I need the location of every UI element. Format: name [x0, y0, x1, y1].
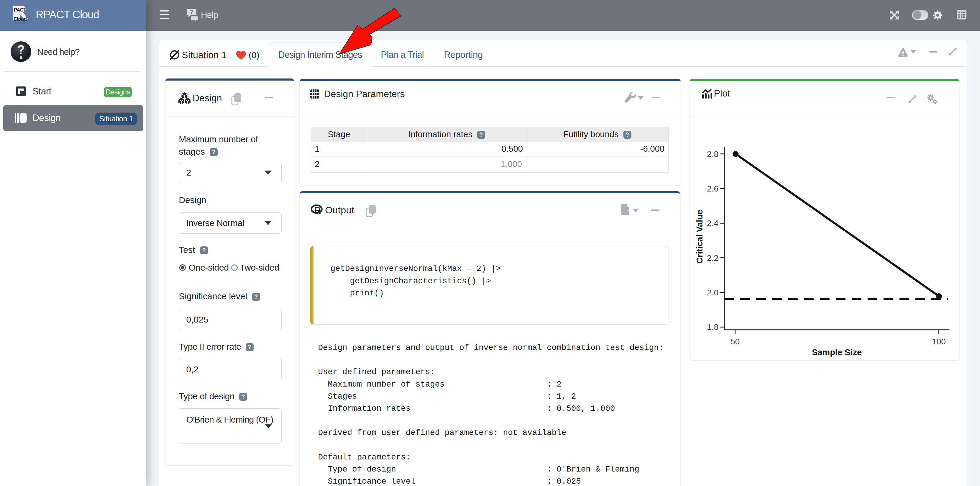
- svg-text:2.4: 2.4: [707, 219, 718, 228]
- svg-text:PACT: PACT: [14, 7, 26, 12]
- svg-text:2.2: 2.2: [707, 253, 718, 263]
- svg-text:?: ?: [189, 9, 193, 15]
- svg-text:2.6: 2.6: [707, 184, 718, 193]
- svg-text:50: 50: [730, 337, 739, 346]
- svg-text:2.8: 2.8: [707, 150, 718, 159]
- svg-text:Critical Value: Critical Value: [695, 210, 704, 263]
- svg-text:Cloud: Cloud: [14, 16, 27, 22]
- svg-text:?: ?: [17, 43, 25, 57]
- svg-text:1.8: 1.8: [707, 322, 718, 331]
- svg-text:100: 100: [932, 337, 946, 346]
- svg-text:2.0: 2.0: [707, 288, 718, 297]
- svg-text:Sample Size: Sample Size: [811, 347, 861, 357]
- svg-text:R: R: [314, 206, 321, 216]
